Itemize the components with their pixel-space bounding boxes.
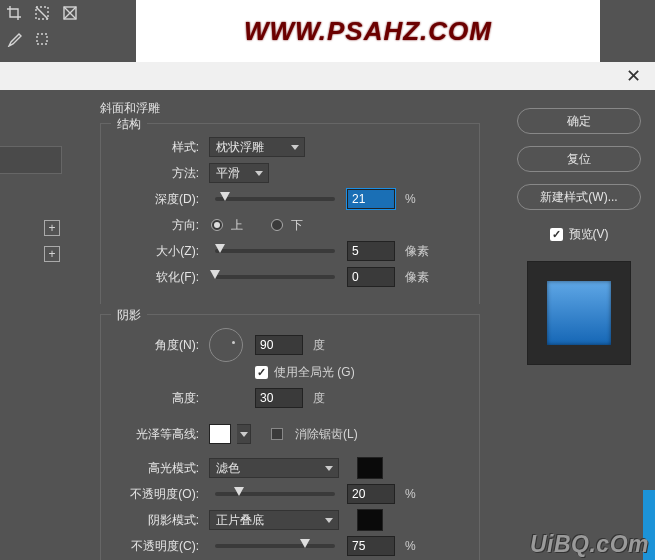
style-list-item[interactable]	[0, 146, 62, 174]
watermark-top: WWW.PSAHZ.COM	[244, 16, 492, 47]
direction-down-label: 下	[291, 217, 303, 234]
close-icon[interactable]: ✕	[620, 65, 647, 87]
checkbox-icon[interactable]	[550, 228, 563, 241]
shading-group: 阴影 角度(N): 90 度 使用全局光 (G)	[100, 314, 480, 560]
shadow-opacity-unit: %	[405, 539, 416, 553]
highlight-opacity-slider[interactable]	[215, 492, 335, 496]
shadow-opacity-label: 不透明度(C):	[113, 538, 203, 555]
highlight-opacity-unit: %	[405, 487, 416, 501]
size-slider[interactable]	[215, 249, 335, 253]
highlight-mode-select[interactable]: 滤色	[209, 458, 339, 478]
crop-tool-icon[interactable]	[0, 0, 28, 26]
soften-input[interactable]: 0	[347, 267, 395, 287]
shadow-mode-label: 阴影模式:	[113, 512, 203, 529]
angle-input[interactable]: 90	[255, 335, 303, 355]
depth-slider[interactable]	[215, 197, 335, 201]
direction-label: 方向:	[113, 217, 203, 234]
highlight-opacity-input[interactable]: 20	[347, 484, 395, 504]
highlight-opacity-label: 不透明度(O):	[113, 486, 203, 503]
dialog-actions: 确定 复位 新建样式(W)... 预览(V)	[513, 108, 645, 365]
shadow-color-swatch[interactable]	[357, 509, 383, 531]
shading-legend: 阴影	[111, 307, 147, 324]
highlight-mode-label: 高光模式:	[113, 460, 203, 477]
direction-up-label: 上	[231, 217, 243, 234]
gloss-contour-swatch[interactable]	[209, 424, 231, 444]
direction-down-radio[interactable]	[271, 219, 283, 231]
depth-unit: %	[405, 192, 416, 206]
app-backdrop: WWW.PSAHZ.COM	[0, 0, 655, 62]
global-light-label: 使用全局光 (G)	[274, 364, 355, 381]
altitude-unit: 度	[313, 390, 325, 407]
add-effect-icon[interactable]: +	[44, 220, 60, 236]
preview-toggle[interactable]: 预览(V)	[550, 226, 609, 243]
structure-legend: 结构	[111, 116, 147, 133]
marquee-tool-icon[interactable]	[28, 26, 56, 52]
size-label: 大小(Z):	[113, 243, 203, 260]
depth-label: 深度(D):	[113, 191, 203, 208]
preview-label: 预览(V)	[569, 226, 609, 243]
more-tool-icon[interactable]	[56, 26, 84, 52]
dialog-titlebar: ✕	[0, 62, 655, 90]
frame-tool-icon[interactable]	[56, 0, 84, 26]
global-light-checkbox[interactable]	[255, 366, 268, 379]
add-effect-icon[interactable]: +	[44, 246, 60, 262]
watermark-bottom: UiBQ.cOm	[530, 531, 649, 558]
svg-rect-2	[37, 34, 47, 44]
antialias-label: 消除锯齿(L)	[295, 426, 358, 443]
method-select[interactable]: 平滑	[209, 163, 269, 183]
structure-group: 结构 样式: 枕状浮雕 方法: 平滑 深度(D): 21 % 方向:	[100, 123, 480, 304]
depth-input[interactable]: 21	[347, 189, 395, 209]
eyedropper-tool-icon[interactable]	[0, 26, 28, 52]
slice-tool-icon[interactable]	[28, 0, 56, 26]
tool-column	[0, 0, 88, 66]
reset-button[interactable]: 复位	[517, 146, 641, 172]
method-label: 方法:	[113, 165, 203, 182]
section-title: 斜面和浮雕	[100, 100, 480, 117]
canvas-area: WWW.PSAHZ.COM	[136, 0, 600, 62]
highlight-color-swatch[interactable]	[357, 457, 383, 479]
soften-slider[interactable]	[215, 275, 335, 279]
preview-swatch	[547, 281, 611, 345]
angle-dial[interactable]	[209, 328, 243, 362]
angle-label: 角度(N):	[113, 337, 203, 354]
layer-style-dialog: ✕ + + 确定 复位 新建样式(W)... 预览(V) 斜面和浮雕	[0, 62, 655, 560]
size-input[interactable]: 5	[347, 241, 395, 261]
ok-button[interactable]: 确定	[517, 108, 641, 134]
shadow-opacity-input[interactable]: 75	[347, 536, 395, 556]
angle-unit: 度	[313, 337, 325, 354]
preview-box	[527, 261, 631, 365]
bevel-emboss-settings: 斜面和浮雕 结构 样式: 枕状浮雕 方法: 平滑 深度(D): 21 %	[100, 100, 480, 560]
gloss-contour-dropdown-icon[interactable]	[237, 424, 251, 444]
altitude-input[interactable]: 30	[255, 388, 303, 408]
gloss-contour-label: 光泽等高线:	[113, 426, 203, 443]
direction-up-radio[interactable]	[211, 219, 223, 231]
shadow-mode-select[interactable]: 正片叠底	[209, 510, 339, 530]
altitude-label: 高度:	[113, 390, 203, 407]
style-label: 样式:	[113, 139, 203, 156]
new-style-button[interactable]: 新建样式(W)...	[517, 184, 641, 210]
antialias-checkbox[interactable]	[271, 428, 283, 440]
style-select[interactable]: 枕状浮雕	[209, 137, 305, 157]
size-unit: 像素	[405, 243, 429, 260]
soften-label: 软化(F):	[113, 269, 203, 286]
soften-unit: 像素	[405, 269, 429, 286]
shadow-opacity-slider[interactable]	[215, 544, 335, 548]
style-list-stub: + +	[0, 146, 62, 234]
